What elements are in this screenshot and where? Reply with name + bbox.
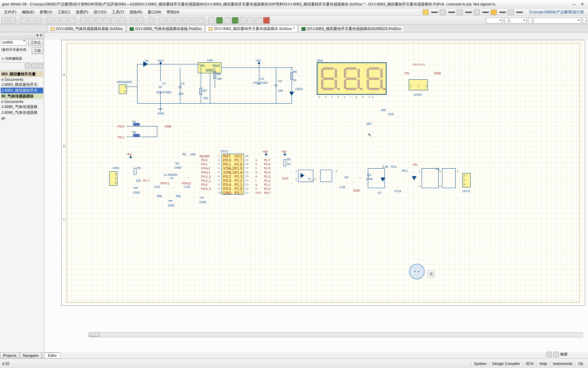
tb-btn[interactable] (208, 17, 215, 24)
tb-btn[interactable] (224, 17, 231, 24)
doc-tab[interactable]: GYJ-0090_气体传感器模块基板.SchDoc (48, 25, 126, 32)
menu-window[interactable]: 窗口(W) (145, 10, 164, 15)
tb-combo[interactable] (510, 17, 527, 24)
tb-btn[interactable] (103, 17, 110, 24)
doc-tab[interactable]: GYJ-0083_模拟量转开关量传感器模块20200623.PcbDoc (298, 25, 405, 32)
net-label: P1.7 (143, 179, 150, 182)
tb-btn[interactable] (255, 17, 262, 24)
assistant-face-icon[interactable]: • • (409, 264, 425, 279)
tb-btn[interactable] (166, 17, 173, 24)
project-button[interactable]: 工程 (32, 47, 43, 54)
mask-label[interactable]: 掩膜 (560, 352, 568, 357)
tb-btn[interactable] (137, 17, 144, 24)
sb-sch[interactable]: SCH (523, 362, 536, 366)
horizontal-scrollbar[interactable] (88, 332, 583, 337)
tb-combo[interactable]: ... (528, 17, 532, 24)
menu-edit[interactable]: 编辑(E) (19, 10, 37, 15)
tree-item[interactable]: J-0083_模拟里转开关: (1, 82, 43, 88)
tree-item[interactable]: J-0083_模拟里转开关 (1, 88, 43, 93)
tree-tool-icon[interactable] (31, 63, 37, 69)
doc-tab[interactable]: GYJ-0090_气体传感器模块基板.PcbDoc (127, 25, 205, 32)
tb-btn[interactable] (148, 17, 155, 24)
toolbar-icon[interactable] (440, 10, 446, 15)
tb-btn[interactable] (174, 17, 181, 24)
tb-btn[interactable] (111, 17, 118, 24)
schematic-canvas[interactable]: A B C D1 VCC LM1 VinVout GND +5V 12 PROW… (44, 40, 588, 353)
designator: R7 (345, 176, 349, 179)
tb-btn[interactable] (69, 17, 76, 24)
designator: R4 (217, 73, 221, 76)
tb-btn[interactable] (263, 17, 270, 24)
mask-icon[interactable] (546, 352, 552, 357)
menu-file[interactable]: 文件(F) (1, 10, 19, 15)
panel-close-icons[interactable]: ▾ ✕ (36, 33, 43, 37)
tb-btn[interactable] (46, 17, 53, 24)
net-label: P3.5_3 (201, 187, 211, 190)
menu-tools[interactable]: 工具(T) (109, 10, 127, 15)
menu-view[interactable]: 察看(V) (37, 10, 55, 15)
workbench-button[interactable]: 工作台 (28, 39, 43, 46)
tb-btn[interactable] (159, 17, 165, 24)
sb-op[interactable]: Op (575, 362, 586, 366)
tb-combo[interactable] (486, 17, 503, 24)
tree-item[interactable]: J-0090_气体传感器模 (1, 104, 43, 110)
doc-tab-active[interactable]: GYJ-0083_模拟量转开关量传感器模块.SchDoc * (206, 25, 298, 32)
toolbar-icon[interactable] (474, 10, 480, 15)
led-icon (412, 176, 416, 180)
sb-help[interactable]: Help (536, 362, 550, 366)
tree-item[interactable]: gs (1, 116, 43, 120)
tb-btn[interactable] (88, 17, 95, 24)
toolbar-icon[interactable] (508, 10, 514, 15)
toolbar-icon[interactable] (457, 10, 463, 15)
designator: C1 (162, 82, 166, 85)
tb-btn[interactable] (119, 17, 126, 24)
tb-btn[interactable] (35, 17, 42, 24)
tb-btn[interactable] (28, 17, 34, 24)
window-controls[interactable]: — ✕ (572, 0, 586, 8)
clear-icon[interactable] (553, 352, 559, 357)
menu-design[interactable]: 设计(D) (91, 10, 109, 15)
tree-item[interactable]: e Documents (1, 77, 43, 82)
tb-btn[interactable] (130, 17, 136, 24)
sb-instruments[interactable]: Instruments (550, 362, 575, 366)
tb-btn[interactable] (9, 17, 16, 24)
tb-btn[interactable] (182, 17, 189, 24)
tb-btn[interactable] (232, 17, 239, 24)
ime-indicator[interactable]: 英 (427, 270, 435, 278)
menu-place[interactable]: 放置(P) (73, 10, 91, 15)
sb-design-compiler[interactable]: Design Compiler (489, 362, 523, 366)
tree-tool-icon[interactable] (25, 63, 30, 69)
project-tree[interactable]: 083_模拟量转开关量e DocumentsJ-0083_模拟里转开关:J-00… (0, 71, 44, 121)
tab-navigator[interactable]: Navigator (20, 352, 42, 358)
tb-btn[interactable] (80, 17, 87, 24)
tb-combo[interactable]: ... (504, 17, 508, 24)
menu-report[interactable]: 报告(R) (127, 10, 145, 15)
structure-editor[interactable]: ⊙ 结构编辑器 (0, 55, 44, 62)
toolbar-icon[interactable] (423, 10, 429, 15)
sb-system[interactable]: System (471, 362, 489, 366)
tb-btn[interactable] (190, 17, 197, 24)
tree-item[interactable]: J-0090_气体传感器模 (1, 110, 43, 116)
tb-btn[interactable] (198, 17, 205, 24)
tb-btn[interactable] (247, 17, 254, 24)
workspace-combo[interactable]: unWrk (1, 40, 27, 46)
toolbar-icon[interactable] (491, 10, 497, 15)
editor-tab[interactable]: Editor (44, 353, 61, 358)
value: 30p (176, 194, 181, 198)
tb-btn[interactable] (96, 17, 102, 24)
tb-btn[interactable] (54, 17, 61, 24)
tree-item[interactable]: e Documents (1, 99, 43, 104)
tb-btn[interactable] (216, 17, 223, 24)
tree-item[interactable]: 90_气体传感器模块 (1, 93, 43, 99)
tb-btn[interactable] (62, 17, 68, 24)
tb-combo[interactable] (534, 17, 581, 24)
tb-btn[interactable] (20, 17, 27, 24)
tree-tool-icon[interactable] (38, 63, 43, 69)
menu-project[interactable]: 工程(C) (55, 10, 73, 15)
tb-btn[interactable] (240, 17, 246, 24)
tb-btn[interactable] (1, 17, 8, 24)
menu-help[interactable]: 帮助(H) (164, 10, 182, 15)
tb-combo[interactable]: ... (583, 17, 587, 24)
tree-item[interactable]: 083_模拟量转开关量 (1, 71, 43, 77)
tab-projects[interactable]: Projects (0, 352, 20, 358)
